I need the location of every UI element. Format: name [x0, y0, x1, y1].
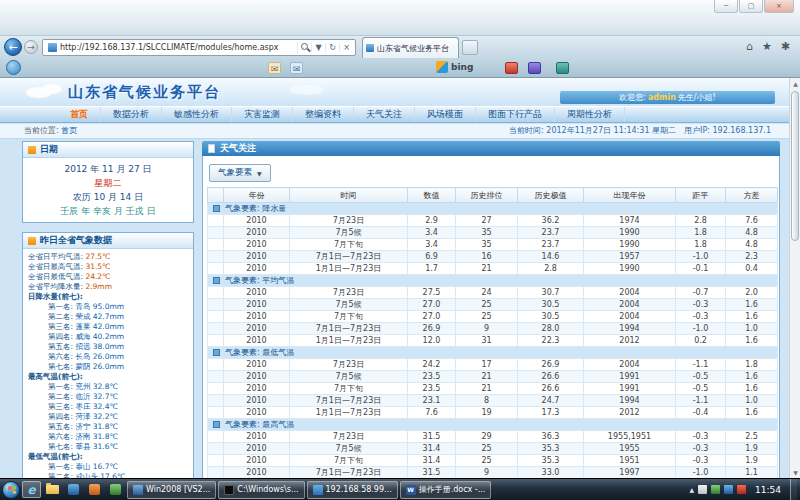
shortcut3-icon[interactable] [556, 62, 569, 74]
nav-item-9[interactable]: 周期性分析 [555, 107, 625, 122]
weather-rank-label: 第二名: [48, 392, 75, 401]
tray-antivirus-icon[interactable] [711, 485, 720, 494]
taskbar-window-button[interactable]: C:\Windows\s... [218, 481, 304, 499]
refresh-button[interactable]: ↻ [325, 43, 339, 52]
tray-expand-icon[interactable]: ▲ [689, 486, 694, 493]
nav-item-3[interactable]: 敏感性分析 [162, 107, 232, 122]
home-button[interactable]: ⌂ [746, 40, 753, 53]
weather-summary-value: 27.5℃ [85, 252, 110, 261]
table-row[interactable]: 20107月23日31.52936.31955,1951-0.32.5 [208, 431, 778, 443]
magnifier-icon [301, 43, 310, 52]
table-row[interactable]: 20107月下旬31.42535.31951-0.31.9 [208, 455, 778, 467]
nav-item-2[interactable]: 数据分析 [101, 107, 162, 122]
scrollbar-thumb[interactable] [791, 91, 799, 241]
table-row[interactable]: 20107月5候27.02530.52004-0.31.6 [208, 299, 778, 311]
table-row[interactable]: 20107月1日—7月23日31.5933.01997-1.01.1 [208, 467, 778, 479]
weather-summary-value: 2.9mm [85, 282, 112, 291]
table-row[interactable]: 20101月1日—7月23日7.61917.32012-0.41.6 [208, 407, 778, 419]
mail-shortcut-icon[interactable]: ✉ [268, 62, 281, 74]
table-cell: 22.3 [518, 335, 584, 347]
table-row[interactable]: 20107月23日2.92736.219742.87.6 [208, 215, 778, 227]
bing-shortcut[interactable]: bing [436, 61, 473, 73]
table-row[interactable]: 20107月5候23.52126.61991-0.51.6 [208, 371, 778, 383]
favorites-button[interactable]: ★ [762, 40, 772, 53]
table-cell: 6.9 [408, 251, 456, 263]
vertical-scrollbar[interactable]: ▲ ▼ [789, 78, 800, 478]
maximize-button[interactable]: ▢ [739, 0, 763, 13]
taskbar-explorer-icon[interactable] [43, 481, 62, 498]
scroll-up-icon[interactable]: ▲ [790, 78, 800, 89]
table-row[interactable]: 20107月下旬23.52126.61991-0.51.6 [208, 383, 778, 395]
shortcut2-icon[interactable] [528, 62, 541, 74]
group-header-row[interactable]: 气象要素: 最低气温 [208, 347, 778, 359]
autocomplete-dropdown-icon[interactable]: ▼ [311, 43, 325, 52]
weather-box-icon [28, 237, 36, 245]
show-desktop-button[interactable] [790, 479, 797, 500]
table-cell: -0.3 [676, 443, 726, 455]
taskbar-app2-icon[interactable] [85, 481, 104, 498]
browser-tab[interactable]: 山东省气候业务平台 [362, 37, 459, 58]
forward-button[interactable]: → [24, 40, 38, 54]
minimize-button[interactable]: ─ [714, 0, 738, 13]
browser-logo-icon[interactable] [6, 60, 21, 75]
table-cell: 1991 [584, 383, 676, 395]
table-cell: -0.3 [676, 311, 726, 323]
weather-rank-item: 第三名: 枣庄 32.4℃ [28, 402, 188, 412]
nav-item-5[interactable]: 整编资料 [293, 107, 354, 122]
group-header-row[interactable]: 气象要素: 降水量 [208, 203, 778, 215]
nav-item-1[interactable]: 首页 [58, 107, 101, 122]
tray-update-icon[interactable] [737, 485, 746, 494]
address-bar[interactable]: http://192.168.137.1/SLCCLIMATE/modules/… [42, 39, 356, 56]
new-tab-button[interactable] [462, 40, 478, 55]
nav-item-8[interactable]: 图面下行产品 [476, 107, 555, 122]
element-filter-button[interactable]: 气象要素 ▼ [209, 164, 271, 182]
start-button[interactable] [2, 481, 20, 499]
group-header-row[interactable]: 气象要素: 平均气温 [208, 275, 778, 287]
back-button[interactable]: ← [4, 38, 22, 56]
tray-volume-icon[interactable] [724, 485, 733, 494]
table-row[interactable]: 20107月1日—7月23日6.91614.61957-1.02.3 [208, 251, 778, 263]
tray-network-icon[interactable] [698, 485, 707, 494]
breadcrumb-current[interactable]: 首页 [61, 126, 77, 135]
table-cell: 31.5 [408, 467, 456, 479]
table-row[interactable]: 20101月1日—7月23日12.03122.320120.21.6 [208, 335, 778, 347]
table-row[interactable]: 20107月下旬27.02530.52004-0.31.6 [208, 311, 778, 323]
table-row[interactable]: 20101月1日—7月23日1.7212.81990-0.10.4 [208, 263, 778, 275]
tools-button[interactable]: ✱ [781, 40, 790, 53]
weather-rank-item: 第六名: 长岛 26.0mm [28, 352, 188, 362]
mail2-shortcut-icon[interactable]: ✉ [290, 62, 303, 74]
table-cell: 7月23日 [290, 431, 408, 443]
taskbar-ie-icon[interactable]: e [22, 481, 41, 498]
taskbar-app1-icon[interactable] [64, 481, 83, 498]
taskbar-window-button[interactable]: Win2008 [VS2... [127, 481, 216, 499]
taskbar-app3-icon[interactable] [106, 481, 125, 498]
table-cell: 2010 [224, 227, 290, 239]
table-row[interactable]: 20107月23日24.21726.92004-1.11.8 [208, 359, 778, 371]
taskbar-window-button[interactable]: W操作手册.docx -... [400, 481, 492, 499]
search-icon[interactable] [297, 42, 311, 54]
table-row[interactable]: 20107月1日—7月23日26.9928.01994-1.01.0 [208, 323, 778, 335]
element-filter-label: 气象要素 [218, 167, 252, 179]
table-cell: 0.4 [726, 263, 778, 275]
table-cell: 31.5 [408, 431, 456, 443]
nav-item-7[interactable]: 风场模面 [415, 107, 476, 122]
table-cell: 1990 [584, 263, 676, 275]
table-row[interactable]: 20107月1日—7月23日23.1824.71994-1.11.0 [208, 395, 778, 407]
panel-header: 天气关注 [202, 141, 780, 156]
scroll-down-icon[interactable]: ▼ [790, 467, 800, 478]
group-label: 气象要素: 降水量 [225, 204, 286, 213]
table-row[interactable]: 20107月下旬3.43523.719901.84.8 [208, 239, 778, 251]
nav-item-6[interactable]: 天气关注 [354, 107, 415, 122]
table-row[interactable]: 20107月5候31.42535.31955-0.31.9 [208, 443, 778, 455]
table-row[interactable]: 20107月5候3.43523.719901.84.8 [208, 227, 778, 239]
taskbar-clock[interactable]: 11:54 [750, 485, 786, 495]
table-row[interactable]: 20107月23日27.52430.72004-0.72.0 [208, 287, 778, 299]
group-header-row[interactable]: 气象要素: 最高气温 [208, 419, 778, 431]
stop-button[interactable]: × [339, 43, 353, 52]
taskbar-window-button[interactable]: 192.168.58.99... [307, 481, 398, 499]
nav-item-4[interactable]: 灾害监测 [232, 107, 293, 122]
close-button[interactable]: × [764, 0, 794, 13]
table-cell: 23.5 [408, 383, 456, 395]
url-text[interactable]: http://192.168.137.1/SLCCLIMATE/modules/… [60, 43, 297, 52]
shortcut1-icon[interactable] [505, 62, 518, 74]
